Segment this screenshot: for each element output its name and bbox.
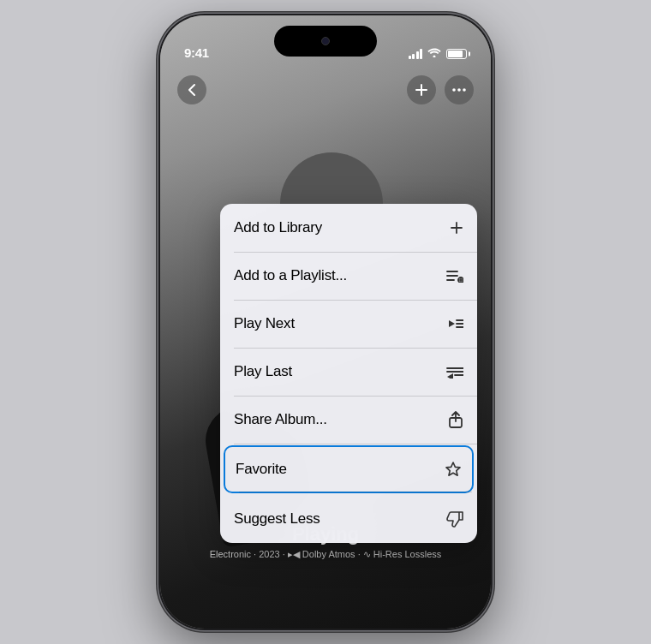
thumbs-down-icon [446, 510, 463, 528]
menu-item-add-to-playlist[interactable]: Add to a Playlist... [220, 252, 477, 300]
svg-point-1 [457, 88, 461, 92]
menu-item-favorite[interactable]: Favorite [224, 445, 474, 493]
playlist-add-icon [446, 269, 463, 283]
screen: 9:41 [160, 15, 491, 629]
now-playing-meta: Electronic · 2023 · ▸◀ Dolby Atmos · ∿ H… [160, 549, 491, 560]
play-next-icon [446, 317, 463, 331]
back-button[interactable] [177, 75, 206, 104]
more-button[interactable] [445, 75, 474, 104]
camera-dot [321, 37, 330, 45]
battery-icon [446, 49, 467, 59]
menu-item-play-next[interactable]: Play Next [220, 300, 477, 348]
menu-item-share-album[interactable]: Share Album... [220, 396, 477, 444]
context-menu: Add to Library Add to a Playlist... [220, 204, 477, 543]
add-button[interactable] [407, 75, 436, 104]
svg-point-2 [463, 88, 466, 92]
share-icon [448, 411, 463, 428]
plus-icon [450, 221, 463, 235]
wifi-icon [427, 47, 441, 60]
signal-icon [409, 49, 423, 59]
dynamic-island [274, 26, 377, 57]
play-last-icon [446, 365, 463, 379]
phone-frame: 9:41 [158, 14, 493, 630]
app-header [160, 69, 491, 111]
status-time: 9:41 [184, 45, 209, 60]
svg-point-0 [452, 88, 456, 92]
header-actions [407, 75, 474, 104]
menu-item-suggest-less[interactable]: Suggest Less [220, 495, 477, 543]
menu-item-add-to-library[interactable]: Add to Library [220, 204, 477, 252]
menu-item-play-last[interactable]: Play Last [220, 348, 477, 396]
status-icons [409, 47, 468, 60]
star-icon [445, 461, 462, 478]
